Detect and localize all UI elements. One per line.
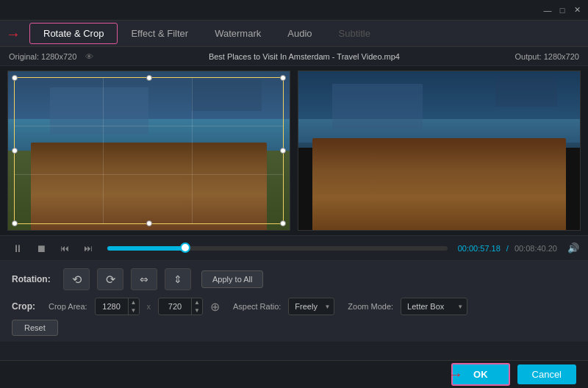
crop-height-down[interactable]: ▼ bbox=[192, 306, 202, 315]
output-building-layer bbox=[312, 138, 566, 230]
zoom-mode-label: Zoom Mode: bbox=[348, 302, 393, 311]
close-button[interactable]: ✕ bbox=[572, 5, 582, 15]
minimize-button[interactable]: — bbox=[542, 5, 553, 15]
rotate-right-button[interactable]: ⟳ bbox=[97, 268, 123, 290]
timeline-progress bbox=[107, 246, 185, 251]
apply-to-all-button[interactable]: Apply to All bbox=[201, 270, 263, 288]
bottom-controls: Rotation: ⟲ ⟳ ⇔ ⇕ Apply to All Crop: Cro… bbox=[0, 260, 588, 342]
zoom-mode-select-wrap: Letter BoxPan & ScanFull bbox=[401, 298, 467, 315]
title-bar: — □ ✕ bbox=[0, 0, 588, 21]
output-thumbnail bbox=[298, 71, 580, 230]
tab-subtitle: Subtitle bbox=[326, 24, 384, 43]
move-icon[interactable]: ⊕ bbox=[210, 300, 220, 314]
next-frame-button[interactable]: ⏭ bbox=[79, 240, 97, 257]
crop-height-input-wrap: ▲ ▼ bbox=[158, 298, 203, 315]
play-pause-button[interactable]: ⏸ bbox=[9, 240, 26, 257]
aspect-ratio-label: Aspect Ratio: bbox=[233, 302, 281, 311]
crop-width-input-wrap: ▲ ▼ bbox=[95, 298, 140, 315]
original-thumbnail bbox=[8, 71, 290, 230]
preview-area bbox=[0, 66, 588, 235]
footer: → OK Cancel bbox=[0, 360, 588, 388]
tab-watermark[interactable]: Watermark bbox=[201, 24, 274, 43]
rotate-left-button[interactable]: ⟲ bbox=[63, 268, 90, 290]
stop-button[interactable]: ⏹ bbox=[32, 240, 50, 257]
tab-arrow-indicator: → bbox=[6, 25, 21, 42]
building-layer bbox=[31, 143, 268, 230]
tab-audio[interactable]: Audio bbox=[274, 24, 325, 43]
preview-original bbox=[7, 71, 290, 231]
time-total: 00:08:40.20 bbox=[514, 244, 557, 253]
crop-height-input[interactable] bbox=[159, 302, 191, 311]
output-water-body-2 bbox=[495, 78, 557, 107]
crop-area-label: Crop Area: bbox=[49, 302, 87, 311]
flip-vertical-button[interactable]: ⇕ bbox=[165, 268, 191, 290]
maximize-button[interactable]: □ bbox=[557, 5, 567, 15]
rotation-label: Rotation: bbox=[12, 274, 56, 284]
time-separator: / bbox=[506, 244, 509, 253]
volume-icon[interactable]: 🔊 bbox=[567, 242, 579, 254]
preview-output bbox=[298, 71, 581, 231]
crop-width-up[interactable]: ▲ bbox=[129, 298, 139, 306]
rotation-row: Rotation: ⟲ ⟳ ⇔ ⇕ Apply to All bbox=[12, 268, 576, 290]
eye-icon[interactable]: 👁 bbox=[85, 52, 93, 61]
tab-rotate-crop[interactable]: Rotate & Crop bbox=[29, 23, 118, 44]
original-resolution: Original: 1280x720 bbox=[9, 52, 76, 61]
zoom-mode-select[interactable]: Letter BoxPan & ScanFull bbox=[401, 298, 467, 315]
crop-row: Crop: Crop Area: ▲ ▼ x ▲ ▼ ⊕ Aspect Rati… bbox=[12, 298, 576, 315]
aspect-ratio-select[interactable]: Freely16:94:31:19:16 bbox=[288, 298, 334, 315]
footer-arrow-indicator: → bbox=[448, 366, 463, 383]
dimension-separator: x bbox=[147, 302, 151, 311]
tab-effect-filter[interactable]: Effect & Filter bbox=[118, 24, 201, 43]
prev-frame-button[interactable]: ⏮ bbox=[56, 240, 74, 257]
reset-button[interactable]: Reset bbox=[12, 320, 58, 336]
timeline[interactable] bbox=[107, 246, 448, 251]
crop-label: Crop: bbox=[12, 301, 41, 312]
crop-width-down[interactable]: ▼ bbox=[129, 306, 139, 315]
cancel-button[interactable]: Cancel bbox=[517, 364, 576, 384]
crop-height-spinners: ▲ ▼ bbox=[191, 298, 202, 315]
crop-width-spinners: ▲ ▼ bbox=[128, 298, 139, 315]
filename-label: Best Places to Visit In Amsterdam - Trav… bbox=[209, 52, 400, 61]
crop-width-input[interactable] bbox=[96, 302, 128, 311]
time-current: 00:00:57.18 bbox=[458, 244, 501, 253]
timeline-thumb[interactable] bbox=[180, 242, 190, 253]
water-body-2 bbox=[191, 79, 262, 111]
output-resolution: Output: 1280x720 bbox=[515, 52, 579, 61]
tab-bar: → Rotate & Crop Effect & Filter Watermar… bbox=[0, 21, 588, 47]
info-bar: Original: 1280x720 👁 Best Places to Visi… bbox=[0, 47, 588, 66]
flip-horizontal-button[interactable]: ⇔ bbox=[131, 268, 157, 290]
controls-bar: ⏸ ⏹ ⏮ ⏭ 00:00:57.18 / 00:08:40.20 🔊 bbox=[0, 235, 588, 260]
crop-height-up[interactable]: ▲ bbox=[192, 298, 202, 306]
output-water-body bbox=[332, 84, 423, 128]
aspect-ratio-select-wrap: Freely16:94:31:19:16 bbox=[288, 298, 334, 315]
water-body bbox=[50, 87, 148, 135]
